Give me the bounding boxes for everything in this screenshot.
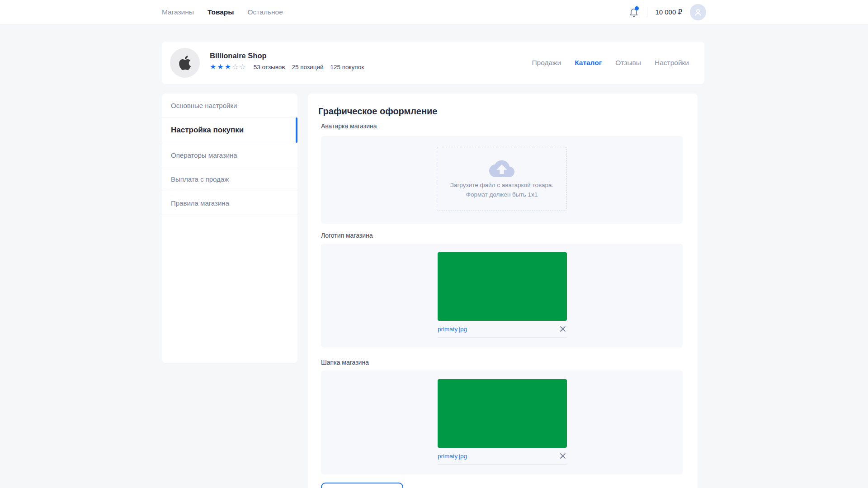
nav-item-other[interactable]: Остальное [248,8,283,16]
tab-settings[interactable]: Настройки [655,59,689,67]
tab-catalog[interactable]: Каталог [575,59,602,67]
graphic-design-panel: Графическое оформление Аватарка магазина… [308,94,698,488]
shop-logo-section: primaty.jpg [321,244,683,347]
sidebar-item-shop-rules[interactable]: Правила магазина [162,191,297,215]
user-avatar-icon [693,7,703,17]
sidebar-item-label: Правила магазина [171,199,229,207]
shop-positions-count: 25 позиций [292,64,323,70]
balance-amount[interactable]: 10 000 ₽ [655,8,682,16]
sidebar-item-label: Настройка покупки [171,126,244,135]
sidebar-item-label: Основные настройки [171,102,237,109]
shop-avatar-section: Загрузите файл с аватаркой товара. Форма… [321,136,683,224]
active-indicator-bar [296,117,297,143]
star-filled-icon: ★ [210,63,217,70]
remove-header-button[interactable] [559,452,567,460]
notifications-button[interactable] [628,7,639,18]
tab-sales[interactable]: Продажи [532,59,561,67]
header-image-preview[interactable] [438,379,567,448]
shop-reviews-count: 53 отзывов [254,64,285,70]
shop-header-card: Billionaire Shop ★★★☆☆ 53 отзывов 25 поз… [162,42,704,84]
shop-name: Billionaire Shop [210,52,267,60]
tab-reviews[interactable]: Отзывы [615,59,641,67]
star-rating: ★★★☆☆ [210,63,247,70]
settings-sidebar: Основные настройки Настройка покупки Опе… [162,94,297,363]
remove-logo-button[interactable] [559,325,567,333]
sidebar-item-general-settings[interactable]: Основные настройки [162,94,297,117]
shop-header-section: primaty.jpg [321,371,683,474]
shop-header-label: Шапка магазина [321,359,369,366]
nav-item-shops[interactable]: Магазины [162,8,194,16]
close-icon [559,452,566,460]
apple-logo-icon [177,55,193,71]
close-icon [559,325,566,333]
upload-hint-text: Загрузите файл с аватаркой товара. Форма… [450,181,553,200]
nav-item-products[interactable]: Товары [208,8,234,16]
save-button[interactable] [321,483,403,488]
top-bar: Магазины Товары Остальное 10 000 ₽ [0,0,868,24]
main-navigation: Магазины Товары Остальное [162,0,283,24]
sidebar-item-label: Операторы магазина [171,151,237,159]
star-empty-icon: ☆ [239,63,246,70]
avatar-upload-dropzone[interactable]: Загрузите файл с аватаркой товара. Форма… [437,147,567,211]
logo-image-preview[interactable] [438,252,567,321]
logo-filename-link[interactable]: primaty.jpg [438,326,467,333]
shop-avatar [170,48,200,78]
shop-avatar-label: Аватарка магазина [321,122,377,130]
sidebar-item-sales-payout[interactable]: Выплата с продаж [162,167,297,191]
header-filename-link[interactable]: primaty.jpg [438,453,467,460]
star-filled-icon: ★ [217,63,224,70]
header-file-row: primaty.jpg [438,448,567,465]
shop-logo-label: Логотип магазина [321,232,373,239]
sidebar-item-label: Выплата с продаж [171,175,229,183]
sidebar-item-shop-operators[interactable]: Операторы магазина [162,143,297,167]
shop-meta-row: ★★★☆☆ 53 отзывов 25 позиций 125 покупок [210,63,364,70]
user-avatar[interactable] [690,4,706,20]
shop-purchases-count: 125 покупок [330,64,364,70]
shop-tabs: Продажи Каталог Отзывы Настройки [532,42,689,84]
star-filled-icon: ★ [225,63,232,70]
logo-file-row: primaty.jpg [438,321,567,338]
topbar-right-cluster: 10 000 ₽ [628,0,706,24]
page-title: Графическое оформление [318,106,437,117]
upload-cloud-icon [489,158,515,177]
star-empty-icon: ☆ [232,63,239,70]
topbar-divider [647,7,647,17]
sidebar-item-purchase-settings[interactable]: Настройка покупки [162,117,297,143]
